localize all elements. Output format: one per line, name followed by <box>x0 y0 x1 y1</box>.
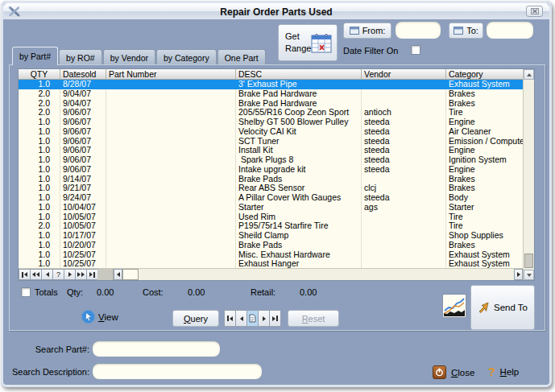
table-row[interactable]: 1.010/04/07StarteragsStarter <box>19 203 523 213</box>
cell <box>106 108 236 118</box>
close-button[interactable]: Close <box>433 365 474 379</box>
column-header[interactable]: DESC <box>236 69 362 79</box>
cell: 9/06/07 <box>60 137 106 146</box>
nav-search-button[interactable]: ? <box>52 269 64 280</box>
cell: 205/55/R16 Coop Zeon Sport <box>236 108 362 118</box>
nav-last-button[interactable] <box>86 269 98 280</box>
search-description-input[interactable] <box>93 364 262 379</box>
page-next-button[interactable] <box>258 310 270 327</box>
vertical-scroll-thumb[interactable] <box>524 254 533 268</box>
cell: 9/21/07 <box>60 184 106 193</box>
table-row[interactable]: 1.09/06/07Install KitsteedaEngine <box>19 146 523 155</box>
table-row[interactable]: 1.010/25/07Misc. Exhaust HardwareExhaust… <box>19 250 523 260</box>
horizontal-scroll-track[interactable] <box>139 269 514 280</box>
send-to-button[interactable]: Send To <box>470 285 535 330</box>
search-part-input[interactable] <box>93 341 220 357</box>
cell: 1.0 <box>19 175 60 184</box>
arrow-left-icon <box>240 316 243 321</box>
tab-by-vendor[interactable]: by Vendor <box>103 49 155 65</box>
table-row[interactable]: 1.09/06/07Intake upgrade kitsteedaEngine <box>19 165 523 175</box>
table-row[interactable]: 2.010/05/07P195/75r14 Starfire TireTire <box>19 221 523 231</box>
hscroll-left-button[interactable] <box>114 269 122 280</box>
send-arrow-icon <box>478 302 489 313</box>
get-range-button[interactable]: Get Range <box>278 24 338 61</box>
column-header[interactable]: Category <box>446 69 523 79</box>
cell: Exhaust System <box>446 80 523 89</box>
title-bar[interactable]: Repair Order Parts Used <box>3 3 549 19</box>
tab-one-part[interactable]: One Part <box>217 49 266 65</box>
table-row[interactable]: 1.09/06/07Velocity CAI KitsteedaAir Clea… <box>19 127 523 137</box>
tab-by-ro-[interactable]: by RO# <box>59 49 102 65</box>
table-row[interactable]: 1.09/14/07Brake PadsBrakes <box>19 175 523 184</box>
close-window-button[interactable] <box>526 6 543 17</box>
cell: Starter <box>236 203 362 213</box>
table-row[interactable]: 1.09/21/07Rear ABS SensorclcjBrakes <box>19 184 523 193</box>
column-header[interactable]: Datesold <box>60 69 106 79</box>
nav-first-button[interactable] <box>19 269 31 280</box>
column-header[interactable]: Vendor <box>362 69 446 79</box>
arrow-right-icon <box>89 272 93 277</box>
vertical-scroll-track[interactable] <box>524 80 534 270</box>
cell: Tire <box>446 221 523 231</box>
view-button[interactable]: View <box>81 310 118 324</box>
cell: 9/06/07 <box>60 155 106 165</box>
table-row[interactable]: 1.09/06/07Shelby GT 500 Blower Pulleyste… <box>19 118 523 127</box>
send-to-label: Send To <box>494 303 528 312</box>
totals-checkbox[interactable] <box>21 287 31 297</box>
cell: 10/25/07 <box>60 250 106 260</box>
to-date-input[interactable] <box>487 22 533 39</box>
page-current-button[interactable] <box>246 310 259 327</box>
cell: 10/04/07 <box>60 203 106 213</box>
nav-fast-back-button[interactable] <box>30 269 42 280</box>
date-filter-checkbox[interactable] <box>411 45 420 55</box>
from-label: From: <box>362 26 386 35</box>
cell: Engine <box>446 165 523 175</box>
table-row[interactable]: 1.09/06/07SCT TunersteedaEmission / Comp… <box>19 137 523 146</box>
table-row[interactable]: 2.09/04/07Brake Pad HardwareBrakes <box>19 89 523 99</box>
scroll-up-button[interactable] <box>524 69 534 80</box>
page-prev-button[interactable] <box>235 310 247 327</box>
table-row[interactable]: 1.010/05/07Used RimTire <box>19 213 523 222</box>
table-row[interactable]: 1.010/17/07Sheild ClampShop Supplies <box>19 231 523 241</box>
reset-button[interactable]: Reset <box>288 310 339 327</box>
to-button[interactable]: To: <box>449 23 483 39</box>
cell <box>106 231 236 241</box>
vertical-scrollbar[interactable] <box>523 69 534 280</box>
cell: 1.0 <box>19 203 60 213</box>
tab-by-part-[interactable]: by Part# <box>12 47 58 65</box>
page-last-button[interactable] <box>269 310 281 327</box>
nav-fast-forward-button[interactable] <box>75 269 87 280</box>
horizontal-scroll-thumb[interactable] <box>122 269 139 280</box>
first-icon <box>227 316 229 321</box>
column-header[interactable]: Part Number <box>106 69 236 79</box>
table-row[interactable]: 1.09/24/07A Pillar Cover With Gaugesstee… <box>19 193 523 203</box>
cell: ags <box>362 203 446 213</box>
table-row[interactable]: 1.010/25/07Exhaust HangerExhaust System <box>19 259 523 268</box>
nav-prev-button[interactable] <box>41 269 53 280</box>
help-button[interactable]: ? Help <box>488 365 519 378</box>
cell: 2.0 <box>19 89 60 99</box>
table-row[interactable]: 2.09/06/07205/55/R16 Coop Zeon Sportanti… <box>19 108 523 118</box>
tab-by-category[interactable]: by Category <box>156 49 217 65</box>
table-row[interactable]: 1.09/06/07 Spark Plugs 8steedaIgnition S… <box>19 155 523 165</box>
hscroll-right-button[interactable] <box>514 269 523 280</box>
cell: 1.0 <box>19 137 60 146</box>
close-icon <box>531 8 539 14</box>
chart-button[interactable] <box>442 294 466 318</box>
table-row[interactable]: 1.08/28/073' Exhaust PipeExhaust System <box>19 80 523 89</box>
query-button[interactable]: Query <box>172 310 219 327</box>
scroll-down-button[interactable] <box>524 270 534 280</box>
table-row[interactable]: 2.09/04/07Brake Pad HardwareBrakes <box>19 99 523 109</box>
cell: 1.0 <box>19 184 60 193</box>
cell: 9/24/07 <box>60 193 106 203</box>
page-first-button[interactable] <box>224 310 236 327</box>
nav-next-button[interactable] <box>64 269 76 280</box>
cell: 10/25/07 <box>60 259 106 268</box>
cell: 9/04/07 <box>60 89 106 99</box>
cell: 9/14/07 <box>60 175 106 184</box>
from-button[interactable]: From: <box>343 23 391 39</box>
table-row[interactable]: 1.010/20/07Brake PadsBrakes <box>19 241 523 250</box>
column-header[interactable]: QTY <box>19 69 60 79</box>
from-date-input[interactable] <box>396 22 441 39</box>
cell: steeda <box>362 118 446 127</box>
